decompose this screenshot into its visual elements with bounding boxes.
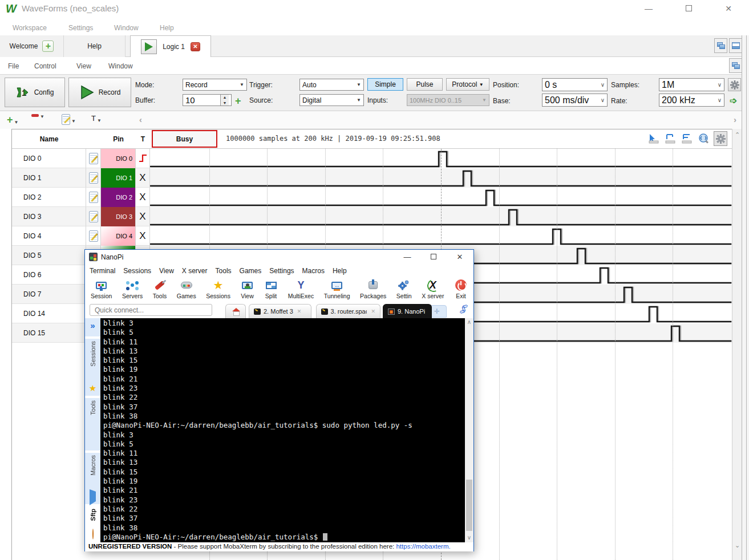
channel-name[interactable]: DIO 5: [12, 246, 86, 265]
column-header-name[interactable]: Name: [12, 129, 86, 149]
channel-name[interactable]: DIO 14: [12, 304, 86, 323]
toolbar-x-server-button[interactable]: XX server: [422, 277, 444, 302]
dropdown-arrow-icon[interactable]: ▼: [71, 119, 76, 125]
channel-pin-badge[interactable]: DIO 1: [101, 168, 136, 188]
terminal-scroll-down-icon[interactable]: ∨: [465, 534, 473, 542]
sidebar-section-sessions[interactable]: Sessions★: [85, 339, 100, 397]
menu-item-window[interactable]: Window: [114, 24, 139, 32]
toolbar-view-button[interactable]: View: [240, 277, 254, 302]
moba-menu-item-macros[interactable]: Macros: [302, 267, 325, 275]
tab-welcome[interactable]: Welcome +: [0, 35, 64, 57]
menu-item-workspace[interactable]: Workspace: [13, 24, 47, 32]
channel-edit-button[interactable]: [86, 207, 101, 226]
moba-menu-item-terminal[interactable]: Terminal: [90, 267, 115, 275]
tab-logic1[interactable]: Logic 1 ✕: [130, 35, 211, 57]
edit-channels-button[interactable]: ▼: [62, 114, 76, 125]
logic-menu-item-file[interactable]: File: [8, 62, 19, 70]
moba-minimize-button[interactable]: —: [400, 252, 415, 262]
session-tab-4[interactable]: 9. NanoPi: [383, 304, 432, 318]
channel-pin-badge[interactable]: DIO 3: [101, 207, 136, 226]
close-tab-icon[interactable]: ✕: [297, 309, 302, 314]
toolbar-sessions-button[interactable]: ★Sessions: [206, 277, 230, 302]
rate-combo[interactable]: 200 kHz∨: [659, 94, 724, 107]
channel-name[interactable]: DIO 1: [12, 168, 86, 188]
moba-menu-item-games[interactable]: Games: [240, 267, 262, 275]
tile-windows-button[interactable]: [729, 38, 742, 53]
record-button[interactable]: Record: [68, 78, 131, 107]
add-channel-button[interactable]: +▼: [7, 114, 18, 126]
buffer-spinner[interactable]: 10 ▲▼: [183, 94, 232, 106]
plot-settings-button[interactable]: [714, 131, 727, 146]
moba-menu-item-settings[interactable]: Settings: [269, 267, 294, 275]
dropdown-arrow-icon[interactable]: ▼: [14, 120, 19, 126]
session-tab-3[interactable]: 3. router.spac✕: [316, 304, 380, 318]
channel-pin-badge[interactable]: DIO 2: [101, 188, 136, 207]
close-tab-icon[interactable]: ✕: [371, 309, 375, 314]
menu-item-settings[interactable]: Settings: [68, 24, 93, 32]
footer-link[interactable]: https://mobaxterm.: [396, 543, 450, 550]
add-buffer-icon[interactable]: +: [235, 95, 241, 107]
terminal-output[interactable]: blink 3blink 5blink 11blink 13blink 15bl…: [100, 318, 465, 542]
channel-edit-button[interactable]: [86, 188, 101, 207]
scroll-up-icon[interactable]: ⌃: [733, 130, 742, 139]
channel-pin-badge[interactable]: DIO 4: [101, 226, 136, 246]
cascade-windows-button[interactable]: [714, 38, 727, 53]
channel-name[interactable]: DIO 6: [12, 265, 86, 285]
channel-waveform[interactable]: [150, 207, 731, 226]
toolbar-settin-button[interactable]: Settin: [396, 277, 412, 302]
channel-waveform[interactable]: [150, 188, 731, 207]
menu-item-help[interactable]: Help: [160, 24, 174, 32]
channel-edit-button[interactable]: [86, 226, 101, 246]
channel-name[interactable]: DIO 4: [12, 226, 86, 246]
source-select[interactable]: Digital▼: [299, 94, 364, 106]
channel-name[interactable]: DIO 7: [12, 285, 86, 304]
moba-menu-item-x-server[interactable]: X server: [182, 267, 208, 275]
channel-pin-badge[interactable]: DIO 0: [101, 149, 136, 168]
channel-waveform[interactable]: [150, 149, 731, 168]
channel-name[interactable]: DIO 3: [12, 207, 86, 226]
maximize-button[interactable]: [680, 3, 697, 14]
column-header-trigger[interactable]: T: [136, 129, 150, 149]
toolbar-multiexec-button[interactable]: YMultiExec: [288, 277, 314, 302]
channel-trigger-cell[interactable]: [136, 149, 150, 168]
cursor-pointer-button[interactable]: [647, 131, 661, 146]
trigger-select[interactable]: Auto▼: [299, 79, 364, 91]
quick-connect-input[interactable]: [90, 304, 212, 316]
sidebar-section-sftp[interactable]: Sftp: [85, 506, 100, 543]
close-button[interactable]: ✕: [720, 3, 737, 14]
toolbar-split-button[interactable]: Split: [264, 277, 278, 302]
moba-menu-item-view[interactable]: View: [159, 267, 174, 275]
samples-combo[interactable]: 1M∨: [659, 78, 724, 91]
terminal-scroll-up-icon[interactable]: ∧: [465, 318, 473, 326]
moba-menu-item-sessions[interactable]: Sessions: [123, 267, 151, 275]
toolbar-games-button[interactable]: Games: [177, 277, 196, 302]
logic-menu-item-control[interactable]: Control: [34, 62, 56, 70]
toolbar-tools-button[interactable]: Tools: [153, 277, 167, 302]
channel-name[interactable]: DIO 2: [12, 188, 86, 207]
collapse-panel-icon[interactable]: ‹: [139, 115, 142, 124]
samples-settings-button[interactable]: [728, 78, 741, 91]
position-combo[interactable]: 0 s∨: [542, 78, 608, 91]
dropdown-arrow-icon[interactable]: ▼: [40, 114, 44, 120]
channel-name[interactable]: DIO 0: [12, 149, 86, 168]
trigger-pulse-button[interactable]: Pulse: [407, 78, 443, 91]
toolbar-packages-button[interactable]: Packages: [360, 277, 386, 302]
apply-rate-icon[interactable]: ➩: [730, 95, 737, 106]
tab-help[interactable]: Help: [64, 35, 125, 57]
y-cursors-button[interactable]: [680, 131, 694, 146]
channel-waveform[interactable]: [150, 226, 731, 246]
sidebar-section-tools[interactable]: Tools: [85, 398, 100, 452]
trigger-column-button[interactable]: T▼: [91, 114, 102, 124]
logic-menu-item-view[interactable]: View: [76, 62, 91, 70]
float-window-button[interactable]: [729, 58, 742, 73]
channel-trigger-cell[interactable]: X: [136, 226, 150, 246]
toolbar-servers-button[interactable]: Servers: [122, 277, 143, 302]
moba-close-button[interactable]: ✕: [452, 252, 467, 262]
expand-panel-icon[interactable]: ›: [734, 115, 736, 124]
scroll-down-icon[interactable]: ⌄: [733, 541, 742, 550]
x-cursors-button[interactable]: [663, 131, 677, 146]
channel-edit-button[interactable]: [86, 149, 101, 168]
attach-icon[interactable]: 🖇: [458, 302, 471, 316]
dropdown-arrow-icon[interactable]: ▼: [97, 118, 102, 124]
vertical-scrollbar[interactable]: ⌃ ⌄: [732, 129, 742, 560]
